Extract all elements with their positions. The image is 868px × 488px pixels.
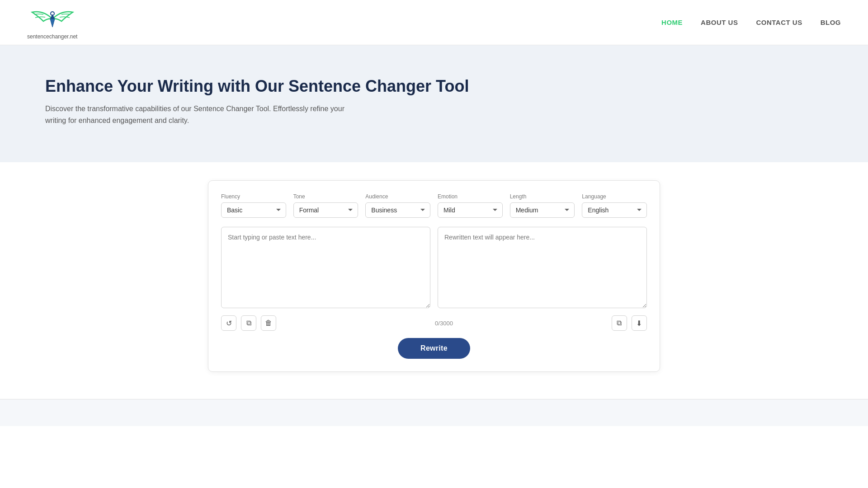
- clear-button[interactable]: 🗑: [261, 315, 276, 331]
- rewrite-button[interactable]: Rewrite: [398, 338, 470, 359]
- copy-output-button[interactable]: ⧉: [612, 315, 627, 331]
- textareas-row: [221, 227, 647, 308]
- tool-section: Fluency Basic Intermediate Advanced Nati…: [0, 162, 868, 399]
- copy-output-icon: ⧉: [617, 319, 622, 327]
- tone-group: Tone Formal Informal Casual Professional: [293, 193, 359, 218]
- main-nav: HOME ABOUT US CONTACT US BLOG: [661, 19, 841, 26]
- language-select[interactable]: English Spanish French German Italian: [582, 202, 647, 218]
- char-count: 0/3000: [435, 320, 453, 327]
- output-textarea[interactable]: [438, 227, 647, 308]
- toolbar-right: ⧉ ⬇: [612, 315, 647, 331]
- download-button[interactable]: ⬇: [632, 315, 647, 331]
- audience-label: Audience: [365, 193, 430, 200]
- hero-title: Enhance Your Writing with Our Sentence C…: [45, 77, 823, 96]
- download-icon: ⬇: [636, 319, 642, 328]
- fluency-select[interactable]: Basic Intermediate Advanced Native: [221, 202, 286, 218]
- emotion-select[interactable]: Mild Neutral Strong Passionate: [438, 202, 503, 218]
- length-select[interactable]: Short Medium Long: [510, 202, 575, 218]
- refresh-icon: ↺: [226, 319, 232, 328]
- logo-icon: [30, 5, 75, 33]
- emotion-group: Emotion Mild Neutral Strong Passionate: [438, 193, 503, 218]
- dropdowns-row: Fluency Basic Intermediate Advanced Nati…: [221, 193, 647, 218]
- hero-subtitle: Discover the transformative capabilities…: [45, 103, 362, 126]
- toolbar-row: ↺ ⧉ 🗑 0/3000 ⧉ ⬇: [221, 315, 647, 331]
- fluency-label: Fluency: [221, 193, 286, 200]
- rewrite-row: Rewrite: [221, 338, 647, 359]
- input-textarea[interactable]: [221, 227, 430, 308]
- footer: [0, 399, 868, 426]
- length-group: Length Short Medium Long: [510, 193, 575, 218]
- hero-section: Enhance Your Writing with Our Sentence C…: [0, 45, 868, 162]
- copy-input-button[interactable]: ⧉: [241, 315, 256, 331]
- tool-card: Fluency Basic Intermediate Advanced Nati…: [208, 180, 660, 372]
- refresh-button[interactable]: ↺: [221, 315, 236, 331]
- fluency-group: Fluency Basic Intermediate Advanced Nati…: [221, 193, 286, 218]
- tone-select[interactable]: Formal Informal Casual Professional: [293, 202, 359, 218]
- nav-about[interactable]: ABOUT US: [701, 19, 738, 26]
- emotion-label: Emotion: [438, 193, 503, 200]
- nav-home[interactable]: HOME: [661, 19, 683, 26]
- length-label: Length: [510, 193, 575, 200]
- header: sentencechanger.net HOME ABOUT US CONTAC…: [0, 0, 868, 45]
- tone-label: Tone: [293, 193, 359, 200]
- nav-blog[interactable]: BLOG: [821, 19, 841, 26]
- language-group: Language English Spanish French German I…: [582, 193, 647, 218]
- audience-select[interactable]: Business Academic General Technical: [365, 202, 430, 218]
- logo-text: sentencechanger.net: [27, 33, 77, 40]
- language-label: Language: [582, 193, 647, 200]
- audience-group: Audience Business Academic General Techn…: [365, 193, 430, 218]
- trash-icon: 🗑: [265, 319, 272, 327]
- logo[interactable]: sentencechanger.net: [27, 5, 77, 40]
- nav-contact[interactable]: CONTACT US: [756, 19, 802, 26]
- copy-input-icon: ⧉: [246, 319, 251, 327]
- toolbar-left: ↺ ⧉ 🗑: [221, 315, 276, 331]
